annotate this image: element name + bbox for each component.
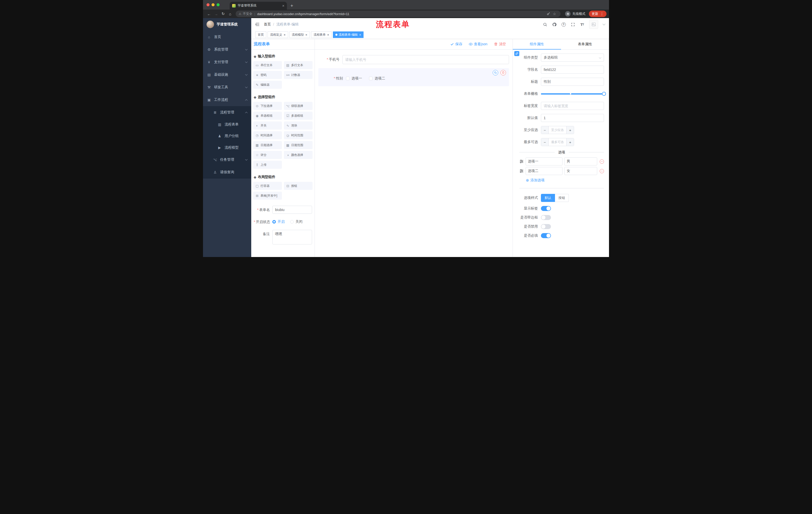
palette-item[interactable]: ⊙下拉选择 [253, 102, 282, 110]
font-size-icon[interactable]: TT [580, 22, 584, 27]
sidebar-item-system[interactable]: ⚙ 系统管理 [203, 43, 251, 56]
palette-item[interactable]: ◷时间选择 [253, 131, 282, 139]
sidebar-item-process-management[interactable]: ≣ 流程管理 [203, 106, 251, 119]
component-type-select[interactable]: 多选框组 [541, 54, 604, 62]
close-icon[interactable]: × [284, 33, 286, 36]
canvas-body[interactable]: 手机号 [315, 50, 513, 257]
default-value-input[interactable] [541, 114, 604, 122]
sidebar-item-dashboard[interactable]: ⌂ 首页 [203, 31, 251, 43]
option-label-input[interactable] [526, 167, 562, 175]
palette-item[interactable]: ▩日期范围 [284, 141, 313, 149]
tab-form-props[interactable]: 表单属性 [561, 39, 609, 49]
palette-item[interactable]: ◑颜色选择 [284, 151, 313, 159]
password-key-icon[interactable] [546, 12, 551, 16]
label-width-input[interactable] [541, 102, 604, 110]
url-text[interactable]: dashboard.yudao.iocoder.cn/bpm/manager/f… [257, 12, 349, 16]
palette-item[interactable]: ☑多选框组 [284, 112, 313, 120]
selected-widget-gender[interactable]: 性别 选项一 选项二 [318, 68, 509, 86]
copy-widget-button[interactable] [493, 70, 498, 76]
browser-tab[interactable]: 芋道管理系统 × [230, 2, 287, 9]
plus-button[interactable]: + [566, 138, 574, 146]
disabled-toggle[interactable] [541, 224, 551, 229]
tab-component-props[interactable]: 组件属性 [513, 39, 561, 49]
palette-item[interactable]: ▦日期选择 [253, 141, 282, 149]
hamburger-icon[interactable] [255, 22, 260, 27]
palette-item[interactable]: ◶时间范围 [284, 131, 313, 139]
window-minimize-button[interactable] [211, 3, 214, 6]
update-button[interactable]: 更新 ⋮ [589, 10, 607, 17]
avatar-dropdown-icon[interactable] [603, 22, 605, 25]
title-input[interactable] [541, 78, 604, 86]
close-icon[interactable]: × [306, 33, 308, 36]
sidebar-item-user-group[interactable]: ♟ 用户分组 [203, 130, 251, 142]
delete-widget-button[interactable] [500, 70, 506, 76]
reload-icon[interactable]: ↻ [220, 11, 227, 16]
palette-item[interactable]: 123计数器 [284, 71, 313, 79]
radio-on[interactable]: 开启 [272, 219, 285, 224]
remove-option-icon[interactable]: − [600, 159, 604, 164]
tag-home[interactable]: 首页 [255, 31, 266, 38]
close-icon[interactable]: × [359, 33, 361, 36]
forward-icon[interactable]: → [212, 12, 220, 16]
palette-item[interactable]: ▢行容器 [253, 182, 282, 190]
radio-off[interactable]: 关闭 [290, 219, 302, 224]
home-icon[interactable]: ⌂ [227, 12, 234, 16]
style-default-button[interactable]: 默认 [541, 194, 555, 202]
palette-item[interactable]: ✎编辑器 [253, 81, 282, 89]
slider-track[interactable] [541, 93, 604, 94]
save-button[interactable]: 保存 [450, 42, 462, 47]
window-zoom-button[interactable] [216, 3, 220, 6]
tag-process-form-edit[interactable]: 流程表单-编辑 × [333, 31, 364, 38]
drag-handle-icon[interactable] [519, 169, 524, 173]
style-button-button[interactable]: 按钮 [555, 194, 569, 202]
palette-item[interactable]: ☆评分 [253, 151, 282, 159]
palette-item[interactable]: ▭单行文本 [253, 61, 282, 69]
palette-item[interactable]: ↥上传 [253, 161, 282, 169]
remove-option-icon[interactable]: − [600, 169, 604, 173]
fullscreen-icon[interactable] [571, 22, 575, 27]
add-option-button[interactable]: ⊕ 添加选项 [526, 178, 604, 183]
minus-button[interactable]: − [541, 126, 549, 134]
palette-item[interactable]: ⊞表格[开发中] [253, 192, 282, 200]
form-name-input[interactable] [272, 206, 312, 214]
sidebar-item-workflow[interactable]: ▣ 工作流程 [203, 93, 251, 106]
palette-item[interactable]: ∿滑块 [284, 121, 313, 130]
slider-handle[interactable] [602, 92, 606, 96]
palette-item[interactable]: ◉单选框组 [253, 112, 282, 120]
url-bar[interactable]: ⚠ 不安全 | dashboard.yudao.iocoder.cn/bpm/m… [236, 10, 560, 17]
breadcrumb-home[interactable]: 首页 [264, 22, 271, 27]
github-icon[interactable] [552, 22, 556, 27]
tag-process-form[interactable]: 流程表单 × [311, 31, 331, 38]
new-tab-button[interactable]: + [290, 3, 293, 8]
min-select-value[interactable]: 至少应选 [549, 126, 566, 134]
clear-button[interactable]: 清空 [494, 42, 506, 47]
palette-item[interactable]: ▤多行文本 [284, 61, 313, 69]
checkbox-icon[interactable] [346, 77, 349, 80]
sidebar-item-process-form[interactable]: ▥ 流程表单 [203, 119, 251, 130]
palette-item[interactable]: ⊡按钮 [284, 182, 313, 190]
close-icon[interactable]: × [327, 33, 329, 36]
checkbox-icon[interactable] [369, 77, 373, 80]
browser-menu-icon[interactable]: ⋮ [600, 12, 604, 16]
minus-button[interactable]: − [541, 138, 549, 146]
show-label-toggle[interactable] [541, 206, 551, 211]
search-icon[interactable] [543, 22, 547, 27]
back-icon[interactable]: ← [205, 12, 212, 16]
option-value-input[interactable] [564, 167, 597, 175]
security-warning-icon[interactable]: ⚠ [239, 12, 241, 16]
max-select-value[interactable]: 最多可选 [549, 138, 566, 146]
option-label-input[interactable] [526, 157, 562, 165]
window-close-button[interactable] [206, 3, 209, 6]
palette-item[interactable]: ⌥级联选择 [284, 102, 313, 110]
phone-input[interactable] [343, 55, 509, 64]
sidebar-item-payment[interactable]: ¥ 支付管理 [203, 56, 251, 69]
grid-slider[interactable] [541, 90, 604, 98]
security-label[interactable]: 不安全 [243, 12, 253, 16]
drag-handle-icon[interactable] [519, 159, 524, 164]
sidebar-item-process-model[interactable]: ▶ 流程模型 [203, 142, 251, 154]
tag-process-model[interactable]: 流程模型 × [289, 31, 310, 38]
tag-process-definition[interactable]: 流程定义 × [267, 31, 288, 38]
form-remark-textarea[interactable]: 嘿嘿 [272, 230, 312, 244]
sidebar-item-infrastructure[interactable]: ▤ 基础设施 [203, 69, 251, 81]
view-json-button[interactable]: 查看json [469, 42, 487, 47]
